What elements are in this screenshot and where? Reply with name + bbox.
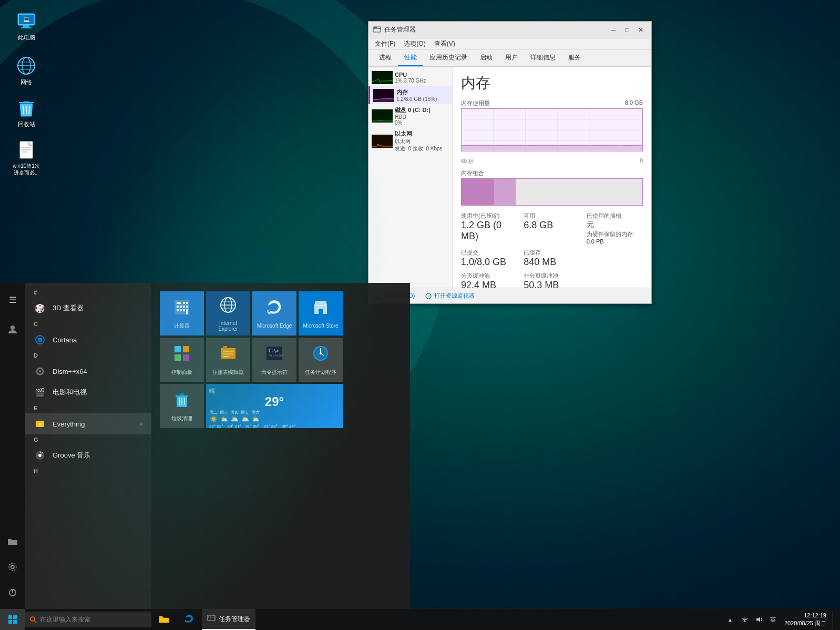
svg-rect-87 bbox=[177, 397, 187, 407]
svg-rect-58 bbox=[186, 306, 188, 308]
sm-tile-task-scheduler[interactable]: 任务计划程序 bbox=[299, 338, 343, 382]
sm-tile-control-panel[interactable]: 控制面板 bbox=[160, 338, 204, 382]
forecast-icon-1: ⛅ bbox=[220, 415, 228, 423]
svg-rect-62 bbox=[186, 309, 188, 314]
tm-tab-process[interactable]: 进程 bbox=[373, 50, 398, 66]
svg-point-50 bbox=[38, 454, 42, 457]
svg-line-98 bbox=[34, 621, 36, 623]
tm-stat-paged-value: 92.4 MB bbox=[461, 280, 517, 288]
sm-tile-edge[interactable]: Microsoft Edge bbox=[252, 291, 296, 336]
sm-tile-store[interactable]: Microsoft Store bbox=[299, 291, 343, 336]
tm-titlebar: 任务管理器 ─ □ ✕ bbox=[368, 22, 651, 38]
tb-show-desktop[interactable] bbox=[833, 611, 836, 628]
tb-network-icon[interactable] bbox=[739, 609, 751, 630]
sm-settings-btn[interactable] bbox=[0, 554, 25, 580]
desktop-icon-network[interactable]: 网络 bbox=[5, 55, 47, 86]
tm-main-content: 内存 内存使用量 8.0 GB bbox=[453, 67, 651, 288]
desktop-icon-recycle[interactable]: 回收站 bbox=[5, 97, 47, 128]
tm-usage-label: 内存使用量 bbox=[461, 99, 490, 107]
forecast-icon-2: 🌥️ bbox=[231, 415, 239, 423]
tm-title-left: 任务管理器 bbox=[373, 25, 416, 34]
tm-stat-nonpaged-value: 50.3 MB bbox=[524, 280, 580, 288]
sm-section-g: G bbox=[25, 434, 151, 445]
tb-show-hidden[interactable]: ▲ bbox=[724, 609, 736, 630]
sm-garbage-icon bbox=[172, 390, 191, 413]
tm-stat-used-value: 1.2 GB (0 MB) bbox=[461, 220, 517, 242]
sm-everything-expand[interactable]: ∨ bbox=[139, 421, 143, 427]
tm-net-info: 以太网 以太网 发送: 0 接收: 0 Kbps bbox=[395, 130, 449, 153]
tm-menu-file[interactable]: 文件(F) bbox=[373, 39, 397, 48]
tm-tab-services[interactable]: 服务 bbox=[562, 50, 587, 66]
sm-user-btn[interactable] bbox=[0, 317, 25, 342]
desktop-icon-computer[interactable]: 💻 此电脑 bbox=[5, 11, 47, 41]
svg-rect-101 bbox=[208, 616, 209, 617]
sm-tile-calculator[interactable]: 计算器 bbox=[160, 291, 204, 336]
sm-power-btn[interactable] bbox=[0, 580, 25, 605]
sm-hamburger-btn[interactable]: ☰ bbox=[0, 287, 25, 312]
tm-tab-history[interactable]: 应用历史记录 bbox=[423, 50, 474, 66]
sm-tile-ie[interactable]: Internet Explorer bbox=[206, 291, 250, 336]
sm-app-everything[interactable]: E Everything ∨ bbox=[25, 413, 151, 434]
tm-tab-details[interactable]: 详细信息 bbox=[524, 50, 562, 66]
svg-point-86 bbox=[320, 352, 322, 354]
svg-text:Microsoft: Microsoft bbox=[269, 353, 284, 357]
tm-chart-time-end: 0 bbox=[640, 158, 643, 165]
forecast-temp-3: 31° 23° bbox=[263, 424, 277, 428]
svg-rect-47 bbox=[36, 421, 44, 427]
tm-tab-users[interactable]: 用户 bbox=[499, 50, 524, 66]
svg-rect-51 bbox=[175, 300, 189, 314]
sm-app-cortana[interactable]: Cortana bbox=[25, 329, 151, 350]
svg-point-83 bbox=[314, 347, 327, 360]
sm-app-dism[interactable]: Dism++x64 bbox=[25, 361, 151, 382]
tm-stat-committed-label: 已提交 bbox=[461, 249, 517, 257]
sm-tile-regedit[interactable]: 注册表编辑器 bbox=[206, 338, 250, 382]
svg-text:⚡: ⚡ bbox=[427, 294, 431, 299]
tb-task-manager[interactable]: 任务管理器 bbox=[202, 609, 255, 630]
tb-file-explorer[interactable] bbox=[151, 609, 177, 630]
taskbar-search-bar[interactable]: 在这里输入来搜索 bbox=[25, 612, 151, 627]
file-explorer-icon bbox=[159, 614, 169, 624]
tb-volume-icon[interactable] bbox=[753, 609, 766, 630]
sm-folder-btn[interactable] bbox=[0, 529, 25, 554]
svg-point-97 bbox=[30, 617, 35, 621]
tm-minimize-btn[interactable]: ─ bbox=[607, 24, 620, 36]
tm-sidebar-cpu[interactable]: CPU 1% 3.70 GHz bbox=[368, 69, 452, 86]
tm-tab-startup[interactable]: 启动 bbox=[474, 50, 499, 66]
desktop-icon-doc[interactable]: win10第1次进桌面必... bbox=[5, 139, 47, 176]
tm-menu-options[interactable]: 选项(O) bbox=[402, 39, 427, 48]
tm-stat-paged-label: 分页缓冲池 bbox=[461, 272, 517, 280]
tm-maximize-btn[interactable]: □ bbox=[621, 24, 633, 36]
tm-stat-hw-label: 为硬件保留的内存: bbox=[587, 230, 643, 238]
tm-sidebar-net[interactable]: 以太网 以太网 发送: 0 接收: 0 Kbps bbox=[368, 128, 452, 155]
sm-tile-garbage[interactable]: 垃圾清理 bbox=[160, 384, 204, 428]
tm-sidebar-mem[interactable]: 内存 1.2/8.0 GB (15%) bbox=[368, 86, 452, 104]
sm-tile-cmd[interactable]: C:\>_ Microsoft 命令提示符 bbox=[252, 338, 296, 382]
svg-rect-95 bbox=[8, 620, 12, 624]
tm-close-btn[interactable]: ✕ bbox=[634, 24, 647, 36]
sm-app-film[interactable]: 🎬 电影和电视 bbox=[25, 382, 151, 403]
tm-tab-performance[interactable]: 性能 bbox=[398, 50, 423, 66]
tb-language-indicator[interactable]: 英 bbox=[768, 609, 778, 630]
tb-clock[interactable]: 12:12:19 2020/08/25 周二 bbox=[780, 612, 831, 628]
sm-app-groove[interactable]: Groove 音乐 bbox=[25, 445, 151, 466]
doc-label: win10第1次进桌面必... bbox=[13, 162, 40, 176]
tm-menu-view[interactable]: 查看(V) bbox=[432, 39, 457, 48]
tm-menubar: 文件(F) 选项(O) 查看(V) bbox=[368, 38, 651, 50]
sm-app-3dviewer[interactable]: 🎲 3D 查看器 bbox=[25, 298, 151, 319]
sm-regedit-label: 注册表编辑器 bbox=[212, 369, 244, 376]
svg-rect-57 bbox=[183, 306, 185, 308]
start-button[interactable] bbox=[0, 609, 25, 630]
sm-strip: ☰ bbox=[0, 283, 25, 609]
tm-footer-resource-monitor[interactable]: ⚡ 打开资源监视器 bbox=[425, 292, 475, 300]
forecast-day-1: 周三 bbox=[220, 410, 228, 415]
sm-tile-weather[interactable]: 晴 29° 周二 ☀️ 周三 ⛅ bbox=[206, 384, 343, 428]
recycle-label: 回收站 bbox=[18, 120, 35, 128]
tm-stat-avail-value: 6.8 GB bbox=[524, 220, 580, 231]
tb-edge-browser[interactable] bbox=[177, 609, 202, 630]
tm-stat-paged: 分页缓冲池 92.4 MB bbox=[461, 272, 517, 288]
tb-time: 12:12:19 bbox=[804, 612, 826, 619]
tm-sidebar-disk[interactable]: 磁盘 0 (C: D:) HDD 0% bbox=[368, 104, 452, 128]
tm-app-icon bbox=[373, 26, 381, 34]
tm-mem-used-bar bbox=[462, 179, 494, 205]
svg-rect-72 bbox=[175, 354, 181, 361]
